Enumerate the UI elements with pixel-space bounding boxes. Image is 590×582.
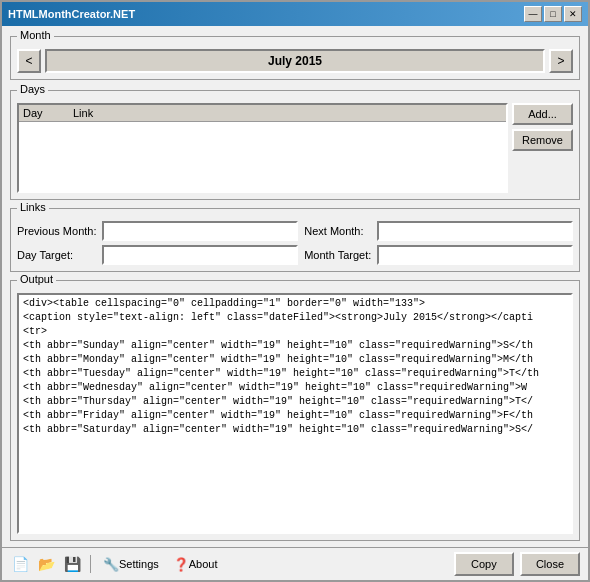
month-nav: < July 2015 > — [17, 49, 573, 73]
links-group-label: Links — [17, 201, 49, 213]
links-grid: Previous Month: Next Month: Day Target: … — [17, 221, 573, 265]
days-group: Days Day Link Add... Remove — [10, 90, 580, 200]
day-target-label: Day Target: — [17, 249, 96, 261]
prev-month-input[interactable] — [102, 221, 298, 241]
bottom-right: Copy Close — [454, 552, 580, 576]
close-button[interactable]: Close — [520, 552, 580, 576]
bottom-bar: 📄 📂 💾 🔧 Settings ❓ About Copy Close — [2, 547, 588, 580]
day-target-input[interactable] — [102, 245, 298, 265]
prev-month-label: Previous Month: — [17, 225, 96, 237]
days-inner: Day Link Add... Remove — [17, 103, 573, 193]
about-button[interactable]: ❓ About — [169, 554, 222, 574]
next-month-label: Next Month: — [304, 225, 371, 237]
output-group-label: Output — [17, 273, 56, 285]
content-area: Month < July 2015 > Days Day Link Add... — [2, 26, 588, 547]
add-button[interactable]: Add... — [512, 103, 573, 125]
month-group: Month < July 2015 > — [10, 36, 580, 80]
col-link-header: Link — [73, 107, 502, 119]
col-day-header: Day — [23, 107, 73, 119]
prev-month-button[interactable]: < — [17, 49, 41, 73]
wrench-icon: 🔧 — [103, 557, 119, 572]
title-bar: HTMLMonthCreator.NET — □ ✕ — [2, 2, 588, 26]
days-group-label: Days — [17, 83, 48, 95]
toolbar-separator — [90, 555, 91, 573]
new-file-icon[interactable]: 📄 — [10, 554, 30, 574]
remove-button[interactable]: Remove — [512, 129, 573, 151]
copy-button[interactable]: Copy — [454, 552, 514, 576]
open-file-icon[interactable]: 📂 — [36, 554, 56, 574]
days-list[interactable]: Day Link — [17, 103, 508, 193]
main-window: HTMLMonthCreator.NET — □ ✕ Month < July … — [0, 0, 590, 582]
minimize-button[interactable]: — — [524, 6, 542, 22]
bottom-left: 📄 📂 💾 🔧 Settings ❓ About — [10, 554, 222, 574]
output-group: Output — [10, 280, 580, 541]
output-textarea[interactable] — [17, 293, 573, 534]
close-window-button[interactable]: ✕ — [564, 6, 582, 22]
save-file-icon[interactable]: 💾 — [62, 554, 82, 574]
month-group-label: Month — [17, 29, 54, 41]
settings-button[interactable]: 🔧 Settings — [99, 554, 163, 574]
help-icon: ❓ — [173, 557, 189, 572]
days-buttons: Add... Remove — [512, 103, 573, 193]
month-target-label: Month Target: — [304, 249, 371, 261]
next-month-input[interactable] — [377, 221, 573, 241]
month-target-input[interactable] — [377, 245, 573, 265]
links-group: Links Previous Month: Next Month: Day Ta… — [10, 208, 580, 272]
window-title: HTMLMonthCreator.NET — [8, 8, 135, 20]
maximize-button[interactable]: □ — [544, 6, 562, 22]
next-month-button[interactable]: > — [549, 49, 573, 73]
days-list-header: Day Link — [19, 105, 506, 122]
title-controls: — □ ✕ — [524, 6, 582, 22]
month-display: July 2015 — [45, 49, 545, 73]
